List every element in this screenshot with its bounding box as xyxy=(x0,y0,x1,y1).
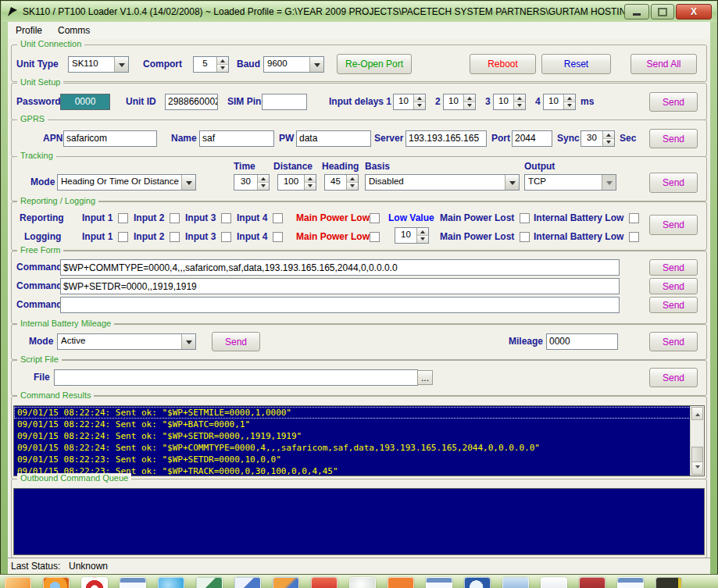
maximize-icon[interactable] xyxy=(651,4,674,20)
spin-up-icon[interactable] xyxy=(417,228,428,236)
spin-down-icon[interactable] xyxy=(414,102,425,109)
log-input1-checkbox[interactable] xyxy=(118,232,128,242)
console-row[interactable]: 09/01/15 08:22:23: Sent ok: "$WP+SETDR=0… xyxy=(14,454,691,465)
spin-down-icon[interactable] xyxy=(564,102,575,109)
taskbar[interactable] xyxy=(0,574,718,588)
command3-field[interactable] xyxy=(60,297,620,313)
player-icon[interactable] xyxy=(464,577,491,588)
chevron-down-icon[interactable] xyxy=(309,57,323,72)
name-field[interactable]: saf xyxy=(199,130,274,147)
window-app-icon-2[interactable] xyxy=(617,577,644,588)
chevron-down-icon[interactable] xyxy=(181,334,195,349)
console-row[interactable]: 09/01/15 08:22:24: Sent ok: "$WP+BATC=00… xyxy=(14,419,691,430)
log-internal-battery-low-checkbox[interactable] xyxy=(629,232,639,242)
spin-down-icon[interactable] xyxy=(347,183,358,190)
battery-mode-send-button[interactable]: Send xyxy=(212,332,260,351)
skype-icon[interactable] xyxy=(158,577,184,588)
unit-id-field[interactable]: 2988660002 xyxy=(165,94,218,110)
console-row[interactable]: 09/01/15 08:22:24: Sent ok: "$WP+SETDR=0… xyxy=(14,430,691,442)
spin-down-icon[interactable] xyxy=(514,102,525,109)
comport-spinner[interactable]: 5 xyxy=(193,56,229,73)
spin-down-icon[interactable] xyxy=(305,183,316,190)
command2-field[interactable] xyxy=(60,278,620,294)
delay1-spinner[interactable]: 10 xyxy=(393,94,426,110)
rep-internal-battery-low-checkbox[interactable] xyxy=(629,213,639,223)
server-field[interactable]: 193.193.165.165 xyxy=(405,130,487,147)
command3-send-button[interactable]: Send xyxy=(649,297,698,313)
folder-icon[interactable] xyxy=(5,577,31,588)
reset-button[interactable]: Reset xyxy=(541,54,611,74)
dark-app-icon[interactable] xyxy=(655,577,682,588)
sync-spinner[interactable]: 30 xyxy=(580,130,615,147)
file-field[interactable] xyxy=(54,369,418,386)
baud-select[interactable]: 9600 xyxy=(263,56,324,73)
basis-select[interactable]: Disabled xyxy=(365,174,520,191)
app-window-icon[interactable] xyxy=(120,577,146,588)
log-main-power-lost-checkbox[interactable] xyxy=(520,232,530,242)
menu-comms[interactable]: Comms xyxy=(50,25,98,36)
script-send-button[interactable]: Send xyxy=(649,368,698,387)
spin-up-icon[interactable] xyxy=(464,94,475,102)
password-field[interactable]: 0000 xyxy=(60,94,110,110)
close-icon[interactable]: X xyxy=(676,4,712,20)
log-input2-checkbox[interactable] xyxy=(170,232,180,242)
sim-pin-field[interactable] xyxy=(262,94,307,110)
opera-icon[interactable] xyxy=(81,577,108,588)
firefox-icon[interactable] xyxy=(43,577,70,588)
chevron-down-icon[interactable] xyxy=(505,175,519,190)
time-spinner[interactable]: 30 xyxy=(234,174,270,191)
log-input4-checkbox[interactable] xyxy=(273,232,283,242)
spin-down-icon[interactable] xyxy=(258,183,269,190)
heading-spinner[interactable]: 45 xyxy=(324,174,359,191)
gprs-send-button[interactable]: Send xyxy=(649,129,698,148)
spin-up-icon[interactable] xyxy=(564,94,575,102)
spin-down-icon[interactable] xyxy=(417,236,428,243)
spin-up-icon[interactable] xyxy=(514,94,525,102)
unit-setup-send-button[interactable]: Send xyxy=(649,92,698,112)
distance-spinner[interactable]: 100 xyxy=(277,174,316,191)
delay3-spinner[interactable]: 10 xyxy=(493,94,526,110)
spin-up-icon[interactable] xyxy=(305,175,316,183)
menu-profile[interactable]: Profile xyxy=(8,25,50,36)
apn-field[interactable]: safaricom xyxy=(63,130,157,147)
mileage-send-button[interactable]: Send xyxy=(649,332,698,351)
browse-button[interactable]: ... xyxy=(417,370,433,385)
console-row[interactable]: 09/01/15 08:22:24: Sent ok: "$WP+SETMILE… xyxy=(14,407,691,419)
unit-type-select[interactable]: SK110 xyxy=(68,56,129,73)
rep-input4-checkbox[interactable] xyxy=(273,213,283,223)
port-field[interactable]: 2044 xyxy=(512,130,552,147)
battery-mode-select[interactable]: Active xyxy=(57,333,196,350)
command1-send-button[interactable]: Send xyxy=(649,259,698,276)
window-app-icon[interactable] xyxy=(426,577,452,588)
reopen-port-button[interactable]: Re-Open Port xyxy=(337,54,412,74)
delay2-spinner[interactable]: 10 xyxy=(443,94,476,110)
spin-up-icon[interactable] xyxy=(414,94,425,102)
spin-down-icon[interactable] xyxy=(217,65,228,72)
scroll-up-icon[interactable] xyxy=(691,407,703,420)
pw-field[interactable]: data xyxy=(296,130,371,147)
scroll-down-icon[interactable] xyxy=(691,461,703,475)
log-main-power-low-checkbox[interactable] xyxy=(370,232,380,242)
rep-main-power-low-checkbox[interactable] xyxy=(370,213,380,223)
spin-up-icon[interactable] xyxy=(217,57,228,65)
rep-main-power-lost-checkbox[interactable] xyxy=(520,213,530,223)
log-input3-checkbox[interactable] xyxy=(221,232,231,242)
notes-icon[interactable] xyxy=(541,577,567,588)
spin-up-icon[interactable] xyxy=(258,175,269,183)
mileage-field[interactable]: 0000 xyxy=(546,333,618,350)
rep-input2-checkbox[interactable] xyxy=(170,213,180,223)
command-results-console[interactable]: 09/01/15 08:22:24: Sent ok: "$WP+SETMILE… xyxy=(13,405,705,476)
word-icon[interactable] xyxy=(234,577,261,588)
scrollbar[interactable] xyxy=(690,406,704,476)
console-row[interactable]: 09/01/15 08:22:24: Sent ok: "$WP+COMMTYP… xyxy=(14,442,691,454)
command1-field[interactable] xyxy=(60,259,620,276)
spin-down-icon[interactable] xyxy=(464,102,475,109)
red-app-icon[interactable] xyxy=(311,577,338,588)
chevron-down-icon[interactable] xyxy=(114,57,128,72)
red-shape-icon[interactable] xyxy=(579,577,605,588)
orange-app-icon[interactable] xyxy=(388,577,414,588)
low-value-spinner[interactable]: 10 xyxy=(395,227,429,244)
spin-up-icon[interactable] xyxy=(347,175,358,183)
outbound-queue-console[interactable] xyxy=(13,488,705,555)
spin-up-icon[interactable] xyxy=(603,131,614,139)
